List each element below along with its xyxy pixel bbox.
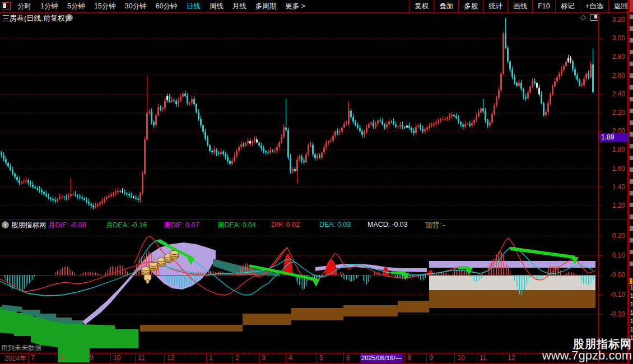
price-axis-label: 3.20 xyxy=(599,16,625,24)
date-axis-label: 11 xyxy=(480,354,486,362)
trading-app-window: 分时1分钟5分钟15分钟30分钟60分钟日线周线月线多周期更多 > 复权叠加多股… xyxy=(0,0,633,364)
date-axis-label: 12 xyxy=(508,354,515,362)
band-brown-5 xyxy=(398,301,429,312)
price-axis-label: 2.20 xyxy=(599,109,625,116)
gold-hand-icon xyxy=(144,274,151,283)
price-axis-label: 1.20 xyxy=(599,202,625,209)
band-brown-6 xyxy=(429,290,595,308)
date-axis-label: 8 xyxy=(407,354,411,362)
indicator-header: ∨ 股朋指标网 月DIF:-0.08月DEA:-0.16周DIF:0.07周DE… xyxy=(0,220,597,231)
date-axis-label: 3 xyxy=(262,354,266,362)
gold-coins-icon xyxy=(141,267,150,275)
indicator-value: MACD:-0.03 xyxy=(367,221,408,228)
date-axis-label: 1 xyxy=(209,354,213,362)
date-axis-label: 8 xyxy=(60,354,64,362)
date-axis-label: 9 xyxy=(429,354,433,362)
price-axis-label: 1.40 xyxy=(599,183,625,191)
divergence-arrowhead xyxy=(402,273,409,280)
band-brown-3 xyxy=(291,308,343,320)
band-brown-1 xyxy=(140,325,243,332)
indicator-value: DEA:0.03 xyxy=(319,221,351,228)
date-axis-label: 10 xyxy=(113,354,120,362)
price-axis-label: 2.40 xyxy=(599,90,625,98)
sidebar-digit: 1 xyxy=(630,284,633,291)
indicator-chevron-down-icon[interactable]: ∨ xyxy=(2,221,9,228)
date-axis-label: 10 xyxy=(457,354,464,362)
sidebar-red-block xyxy=(630,0,633,12)
band-brown-2 xyxy=(243,314,291,325)
sidebar-glyph-fragments xyxy=(630,15,633,272)
band-lavender-big xyxy=(82,242,216,325)
indicator-value: 月DEA:-0.16 xyxy=(106,221,147,230)
date-axis-label: 7 xyxy=(31,354,35,362)
price-axis-label: 1.80 xyxy=(599,146,625,153)
date-axis-label: 2 xyxy=(235,354,239,362)
price-axis-label: 2.60 xyxy=(599,72,625,80)
divergence-arrowhead xyxy=(312,279,320,287)
band-brown-4 xyxy=(343,305,398,316)
sidebar-digit: 1 xyxy=(630,301,633,307)
sidebar-digit: 1 xyxy=(630,326,633,333)
indicator-axis-label: 0.20 xyxy=(599,232,625,240)
price-axis-label: 2.80 xyxy=(599,53,625,60)
indicator-value: 周DEA:0.04 xyxy=(217,221,256,230)
indicator-value: 周DIF:0.07 xyxy=(164,221,199,230)
date-axis-label: 2024年 xyxy=(4,354,26,363)
indicator-axis-label: -0.20 xyxy=(599,310,625,318)
watermark-brand: 股朋指标网 xyxy=(542,338,632,349)
last-price-tag: 1.89 xyxy=(599,133,629,142)
band-khaki-right xyxy=(429,276,595,290)
date-axis-label: 12 xyxy=(167,354,174,362)
date-axis-label: 5 xyxy=(319,354,323,362)
watermark-url: www.7gpzb.com xyxy=(542,349,632,362)
indicator-value: 月DIF:-0.08 xyxy=(48,221,86,230)
indicator-axis-label: -0.10 xyxy=(599,291,625,298)
price-axis-label: 1.60 xyxy=(599,165,625,172)
gold-coins-icon xyxy=(149,262,158,270)
indicator-axis-label: -0.00 xyxy=(599,271,625,279)
date-axis-label: 11 xyxy=(138,354,145,362)
selected-date-tag: 2025/06/16/— xyxy=(360,353,403,362)
sidebar-digit: 1 xyxy=(630,293,633,299)
future-data-note: 用到未来数据 xyxy=(1,343,41,353)
sidebar-digit: 1 xyxy=(630,318,633,324)
sidebar-yellow-fragment xyxy=(630,278,632,284)
indicator-brand: 股朋指标网 xyxy=(11,221,46,230)
indicator-value: 顶背:- xyxy=(425,221,445,230)
date-axis-label: 6 xyxy=(346,354,350,362)
date-axis-label: 4 xyxy=(288,354,292,362)
price-axis-label: 3.00 xyxy=(599,34,625,42)
indicator-value: DIF:0.02 xyxy=(271,221,300,228)
chart-canvas[interactable] xyxy=(0,0,633,364)
band-lavender-right xyxy=(429,261,595,268)
sidebar-clipped-strip: 1111111 xyxy=(629,0,633,364)
indicator-axis-label: 0.10 xyxy=(599,251,625,259)
date-axis-label: 9 xyxy=(90,354,94,362)
watermark: 股朋指标网 www.7gpzb.com xyxy=(542,338,632,362)
sidebar-digit: 1 xyxy=(630,310,633,316)
